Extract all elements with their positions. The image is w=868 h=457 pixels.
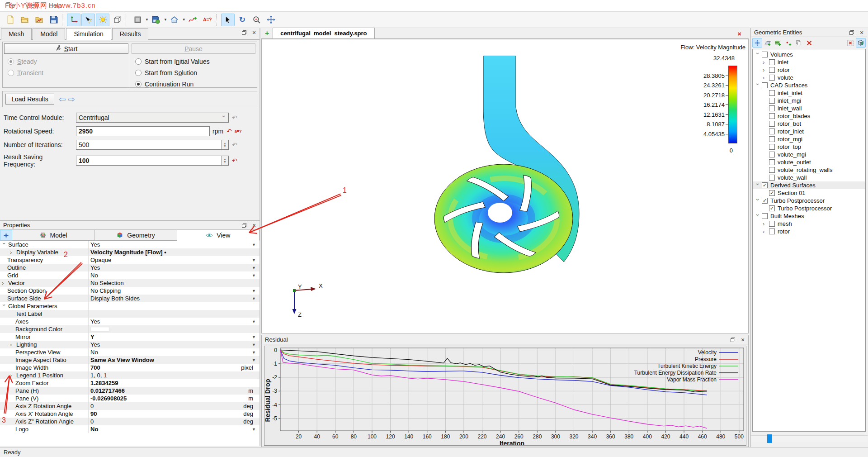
checkbox[interactable]: [769, 167, 775, 173]
tree-item-volumes[interactable]: ›Volumes: [753, 51, 865, 58]
radio-continuation-run[interactable]: Continuation Run: [135, 81, 255, 88]
close-panel-icon[interactable]: ×: [250, 29, 258, 36]
3d-viewport[interactable]: Flow: Velocity Magnitude 32.4348 28.3805…: [261, 39, 749, 333]
result-step-arrows[interactable]: ⇦⇨: [59, 94, 77, 105]
property-row-section-option[interactable]: Section OptionNo Clipping▼: [0, 287, 259, 295]
sun-toggle-icon[interactable]: [96, 14, 109, 26]
pan-view-icon[interactable]: [264, 14, 278, 26]
delete-x-icon[interactable]: [804, 38, 814, 48]
property-row-perspective-view[interactable]: Perspective ViewNo▼: [0, 348, 259, 356]
checkbox[interactable]: [769, 175, 775, 181]
checkbox[interactable]: [769, 98, 775, 104]
rotate-view-icon[interactable]: ↻: [236, 14, 249, 26]
checkbox[interactable]: [762, 213, 768, 219]
property-row-text-label[interactable]: Text Label: [0, 310, 259, 318]
tree-item-volute[interactable]: ›volute: [753, 74, 865, 81]
dropdown-arrow-icon[interactable]: ▼: [252, 358, 259, 362]
property-row-axis-z-rotation-angle[interactable]: Axis Z" Rotation Angle0deg: [0, 418, 259, 425]
spinner-control[interactable]: ▲▼: [221, 156, 228, 165]
expander-icon[interactable]: ›: [763, 68, 767, 72]
property-row-image-aspect-ratio[interactable]: Image Aspect RatioSame As View Window▼: [0, 356, 259, 364]
property-row-surface-side[interactable]: Surface SideDisplay Both Sides▼: [0, 295, 259, 302]
axis-triad-icon[interactable]: [67, 14, 80, 26]
expander-icon[interactable]: ›: [755, 52, 760, 57]
dropdown-arrow-icon[interactable]: ▼: [252, 273, 259, 278]
expander-icon[interactable]: ›: [10, 343, 14, 347]
checkbox[interactable]: [769, 113, 775, 119]
wireframe-box-icon[interactable]: [110, 14, 124, 26]
tree-item-rotor-inlet[interactable]: rotor_inlet: [753, 128, 865, 135]
tree-item-volute-mgi[interactable]: volute_mgi: [753, 151, 865, 158]
tree-item-inlet-inlet[interactable]: inlet_inlet: [753, 89, 865, 97]
float-panel-icon[interactable]: [848, 29, 855, 36]
property-row-outline[interactable]: OutlineYes▼: [0, 264, 259, 271]
checkbox[interactable]: [769, 90, 775, 96]
property-row-transparency[interactable]: TransparencyOpaque▼: [0, 256, 259, 264]
tree-item-inlet-wall[interactable]: inlet_wall: [753, 105, 865, 112]
property-row-axis-z-rotation-angle[interactable]: Axis Z Rotation Angle0deg: [0, 402, 259, 410]
plane-add-icon[interactable]: [763, 38, 773, 48]
property-row-surface[interactable]: ›SurfaceYes▼: [0, 241, 259, 248]
property-row-logo[interactable]: LogoNo▼: [0, 425, 259, 433]
tree-item-rotor[interactable]: ›rotor: [753, 228, 865, 235]
expander-icon[interactable]: ›: [2, 304, 6, 309]
property-row-mirror[interactable]: MirrorY▼: [0, 333, 259, 341]
dropdown-arrow-icon[interactable]: ▼: [252, 343, 259, 347]
tree-item-rotor-blades[interactable]: rotor_blades: [753, 112, 865, 120]
open-file-icon[interactable]: [18, 14, 31, 26]
checkbox[interactable]: [769, 121, 775, 127]
scrollbar-thumb[interactable]: [767, 434, 772, 443]
chevron-down-icon[interactable]: ›: [222, 115, 226, 120]
checkbox[interactable]: [769, 59, 775, 65]
radio-transient[interactable]: Transient: [8, 69, 128, 76]
checkbox[interactable]: [762, 52, 768, 57]
dropdown-arrow-icon[interactable]: ▼: [252, 427, 259, 432]
field-input[interactable]: 2950: [76, 126, 210, 136]
radio-steady[interactable]: Steady: [8, 58, 128, 65]
expander-icon[interactable]: ›: [755, 83, 760, 88]
field-input[interactable]: 500▲▼: [76, 140, 229, 150]
property-row-lighting[interactable]: ›LightingYes▼: [0, 341, 259, 348]
tab-results[interactable]: Results: [112, 28, 149, 40]
tab-simulation[interactable]: Simulation: [66, 28, 111, 40]
expander-icon[interactable]: ›: [755, 183, 760, 188]
tab-mesh[interactable]: Mesh: [1, 28, 32, 40]
expander-icon[interactable]: ›: [2, 243, 6, 247]
open-results-icon[interactable]: [32, 14, 46, 26]
undo-icon[interactable]: ↶: [232, 157, 237, 164]
cube-view-icon[interactable]: [856, 38, 866, 48]
save-icon[interactable]: [47, 14, 60, 26]
expander-icon[interactable]: ›: [763, 76, 767, 80]
dropdown-arrow-icon[interactable]: ▼: [252, 296, 259, 301]
checkbox[interactable]: [769, 221, 775, 227]
zoom-view-icon[interactable]: [250, 14, 264, 26]
load-results-button[interactable]: Load Results: [5, 94, 54, 105]
checkbox[interactable]: [769, 105, 775, 111]
tree-item-rotor-bot[interactable]: rotor_bot: [753, 120, 865, 128]
color-swatch[interactable]: [90, 327, 109, 332]
tree-item-volute-outlet[interactable]: volute_outlet: [753, 158, 865, 166]
new-document-icon[interactable]: +: [261, 29, 273, 38]
home-view-icon[interactable]: [168, 14, 181, 26]
checkbox-checked[interactable]: ✓: [762, 198, 768, 204]
dropdown-arrow-icon[interactable]: ▼: [145, 18, 149, 22]
expander-icon[interactable]: ›: [755, 199, 760, 203]
tree-item-volute-wall[interactable]: volute_wall: [753, 174, 865, 181]
tree-item-inlet-mgi[interactable]: inlet_mgi: [753, 97, 865, 105]
add-plot-icon[interactable]: [186, 14, 200, 26]
select-cursor-icon[interactable]: [221, 14, 235, 26]
tree-item-rotor-top[interactable]: rotor_top: [753, 143, 865, 151]
tree-item-section-01[interactable]: ✓Section 01: [753, 189, 865, 197]
field-select[interactable]: Centrifugal›: [76, 113, 229, 123]
selbox-x-icon[interactable]: [845, 38, 855, 48]
tab-geometry[interactable]: Geometry: [94, 230, 177, 240]
expander-icon[interactable]: ›: [10, 250, 14, 255]
dropdown-arrow-icon[interactable]: ▼: [164, 18, 167, 22]
shade-mode-icon[interactable]: [131, 14, 144, 26]
checkbox-checked[interactable]: ✓: [769, 205, 775, 211]
checkbox-checked[interactable]: ✓: [769, 190, 775, 196]
dropdown-arrow-icon[interactable]: ▼: [252, 289, 259, 293]
point-add-icon[interactable]: [783, 38, 793, 48]
expander-icon[interactable]: ›: [763, 229, 767, 234]
property-row-pane-v[interactable]: Pane (V)-0.026908025m: [0, 395, 259, 402]
